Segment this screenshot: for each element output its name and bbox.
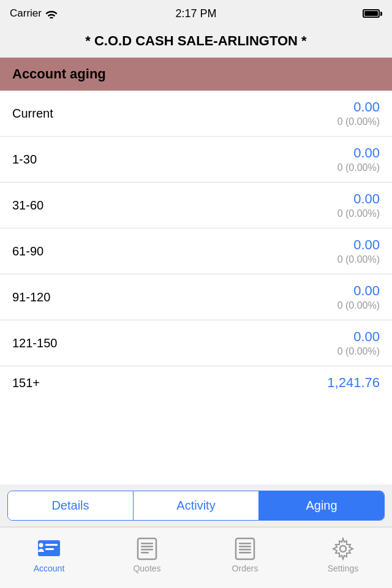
aging-values: 0.00 0 (0.00%) [337,329,380,357]
aging-row: Current 0.00 0 (0.00%) [0,91,392,137]
aging-amount: 0.00 [337,191,380,207]
svg-rect-2 [45,548,54,550]
aging-amount: 0.00 [337,145,380,161]
tab-account[interactable]: Account [0,537,98,573]
aging-row: 61-90 0.00 0 (0.00%) [0,228,392,274]
tab-quotes[interactable]: Quotes [98,537,196,573]
aging-row: 121-150 0.00 0 (0.00%) [0,320,392,366]
aging-label: Current [12,107,53,121]
svg-rect-8 [141,552,149,554]
tab-settings-label: Settings [328,564,359,573]
svg-rect-1 [45,544,58,546]
aging-row: 1-30 0.00 0 (0.00%) [0,137,392,183]
aging-percent: 0 (0.00%) [337,254,380,265]
orders-icon [233,537,257,561]
quotes-icon [135,537,159,561]
aging-label: 61-90 [12,244,43,258]
segment-details[interactable]: Details [8,491,134,520]
aging-percent: 0 (0.00%) [337,346,380,357]
aging-rows-container: Current 0.00 0 (0.00%) 1-30 0.00 0 (0.00… [0,91,392,366]
tab-orders[interactable]: Orders [196,537,294,573]
aging-amount: 0.00 [337,99,380,115]
svg-rect-12 [239,549,251,551]
section-header-text: Account aging [12,66,106,81]
bottom-tab-bar: Account Quotes Orders [0,527,392,588]
aging-label: 31-60 [12,198,43,213]
segment-control: Details Activity Aging [7,491,385,521]
aging-values: 0.00 0 (0.00%) [337,99,380,127]
svg-rect-13 [239,552,251,554]
aging-label: 91-120 [12,290,50,304]
svg-rect-6 [141,546,153,548]
page-title: * C.O.D CASH SALE-ARLINGTON * [85,33,306,48]
aging-percent: 0 (0.00%) [337,162,380,173]
tab-settings[interactable]: Settings [294,537,392,573]
aging-values: 0.00 0 (0.00%) [337,283,380,311]
aging-label: 1-30 [12,153,37,167]
svg-rect-7 [141,549,153,551]
partial-amount: 1,241.76 [327,375,380,391]
svg-point-3 [39,543,43,547]
partial-label: 151+ [12,376,40,390]
settings-icon [331,537,355,561]
tab-account-label: Account [34,564,65,573]
status-bar: Carrier 2:17 PM [0,0,392,27]
svg-rect-11 [239,546,251,548]
aging-values: 0.00 0 (0.00%) [337,191,380,219]
section-header: Account aging [0,58,392,91]
aging-amount: 0.00 [337,283,380,299]
aging-values: 0.00 0 (0.00%) [337,237,380,265]
battery-icon [363,9,382,18]
page-title-container: * C.O.D CASH SALE-ARLINGTON * [0,27,392,58]
aging-list: Current 0.00 0 (0.00%) 1-30 0.00 0 (0.00… [0,91,392,484]
carrier-text: Carrier [10,7,42,20]
aging-percent: 0 (0.00%) [337,300,380,311]
tab-quotes-label: Quotes [133,564,160,573]
carrier-label: Carrier [10,7,58,20]
svg-rect-10 [239,543,251,545]
aging-row-partial: 151+ 1,241.76 [0,366,392,399]
tab-orders-label: Orders [232,564,258,573]
aging-label: 121-150 [12,336,57,350]
content-area: * C.O.D CASH SALE-ARLINGTON * Account ag… [0,27,392,527]
aging-percent: 0 (0.00%) [337,208,380,219]
aging-percent: 0 (0.00%) [337,116,380,127]
wifi-icon [45,9,58,18]
svg-rect-5 [141,543,153,545]
aging-row: 31-60 0.00 0 (0.00%) [0,183,392,228]
status-time: 2:17 PM [175,7,216,20]
account-icon [37,537,61,561]
svg-point-14 [340,546,346,552]
aging-values: 0.00 0 (0.00%) [337,145,380,173]
aging-amount: 0.00 [337,237,380,253]
segment-aging[interactable]: Aging [259,491,384,520]
aging-row: 91-120 0.00 0 (0.00%) [0,274,392,320]
segment-activity[interactable]: Activity [134,491,259,520]
aging-amount: 0.00 [337,329,380,345]
